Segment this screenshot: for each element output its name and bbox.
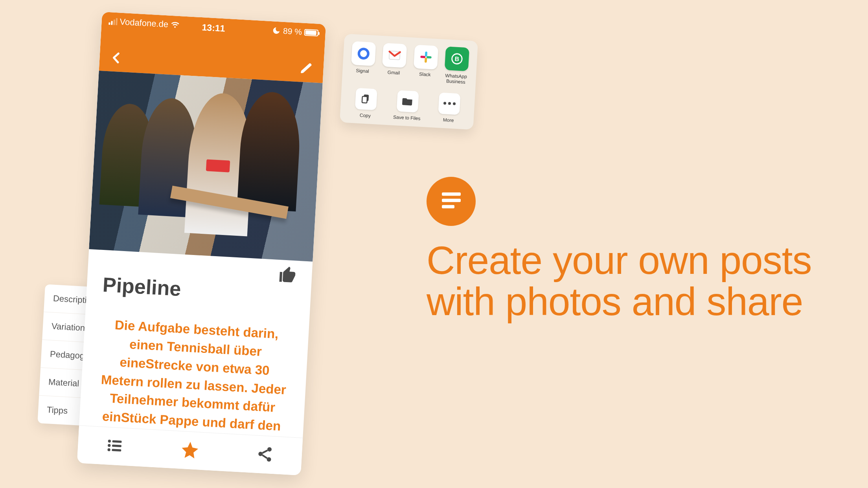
share-action-save-to-files[interactable]: Save to Files <box>389 90 427 121</box>
share-app-slack[interactable]: Slack <box>411 44 440 83</box>
share-action-more[interactable]: More <box>430 92 468 124</box>
battery-icon <box>304 29 318 36</box>
text-lines-icon <box>439 188 464 215</box>
section-item-label: Material <box>48 377 80 388</box>
svg-point-18 <box>107 448 110 451</box>
pencil-icon <box>300 61 314 75</box>
more-icon <box>438 92 461 115</box>
headline-line-1: Create your own posts <box>427 240 812 281</box>
svg-point-16 <box>108 444 111 447</box>
post-photo <box>89 71 323 262</box>
list-button[interactable] <box>106 437 124 456</box>
share-app-gmail[interactable]: Gmail <box>380 43 409 82</box>
phone-mockup: Vodafone.de 13:11 89 % Pipeline <box>77 12 326 475</box>
share-sheet: Signal Gmail Slack B WhatsApp B <box>340 34 478 130</box>
feature-badge <box>427 177 476 226</box>
share-app-label: Signal <box>349 68 376 75</box>
section-item-label: Variations <box>51 321 89 333</box>
share-app-label: Gmail <box>380 70 407 77</box>
share-app-signal[interactable]: Signal <box>348 41 378 80</box>
share-icon <box>256 445 274 463</box>
section-item-label: Tipps <box>47 405 68 416</box>
svg-rect-1 <box>442 198 461 202</box>
thumb-up-icon <box>278 264 298 285</box>
copy-icon <box>355 88 377 110</box>
svg-point-20 <box>267 447 272 451</box>
slack-icon <box>414 45 438 70</box>
list-icon <box>106 437 124 455</box>
status-bar: Vodafone.de 13:11 89 % <box>101 12 326 39</box>
folder-icon <box>397 90 419 112</box>
svg-rect-6 <box>425 51 427 57</box>
star-icon <box>180 439 200 460</box>
signal-icon <box>351 41 376 66</box>
marketing-headline: Create your own posts with photos and sh… <box>427 240 812 322</box>
svg-rect-7 <box>427 56 432 59</box>
svg-rect-9 <box>420 56 425 58</box>
headline-line-2: with photos and share <box>427 281 812 322</box>
svg-rect-19 <box>112 449 121 451</box>
svg-rect-8 <box>425 58 427 63</box>
svg-rect-17 <box>112 444 121 447</box>
favorite-button[interactable] <box>180 439 200 462</box>
svg-rect-0 <box>442 192 461 196</box>
edit-button[interactable] <box>300 61 314 77</box>
svg-point-14 <box>108 439 111 442</box>
svg-text:B: B <box>455 55 460 62</box>
post-title: Pipeline <box>102 273 296 307</box>
like-button[interactable] <box>278 264 298 287</box>
share-action-label: Save to Files <box>389 114 425 121</box>
svg-rect-2 <box>442 205 454 208</box>
share-app-label: WhatsApp Business <box>442 73 470 85</box>
share-action-label: Copy <box>347 112 384 119</box>
svg-rect-13 <box>362 96 367 103</box>
gmail-icon <box>382 43 407 68</box>
clock-label: 13:11 <box>101 17 326 40</box>
chevron-left-icon <box>110 51 124 65</box>
back-button[interactable] <box>109 51 123 66</box>
share-button[interactable] <box>256 445 274 464</box>
svg-rect-15 <box>112 440 122 443</box>
share-app-label: Slack <box>411 71 439 78</box>
share-action-label: More <box>430 116 467 124</box>
share-app-whatsapp-business[interactable]: B WhatsApp Business <box>442 46 471 85</box>
share-action-copy[interactable]: Copy <box>347 87 385 119</box>
whatsapp-business-icon: B <box>445 46 469 71</box>
